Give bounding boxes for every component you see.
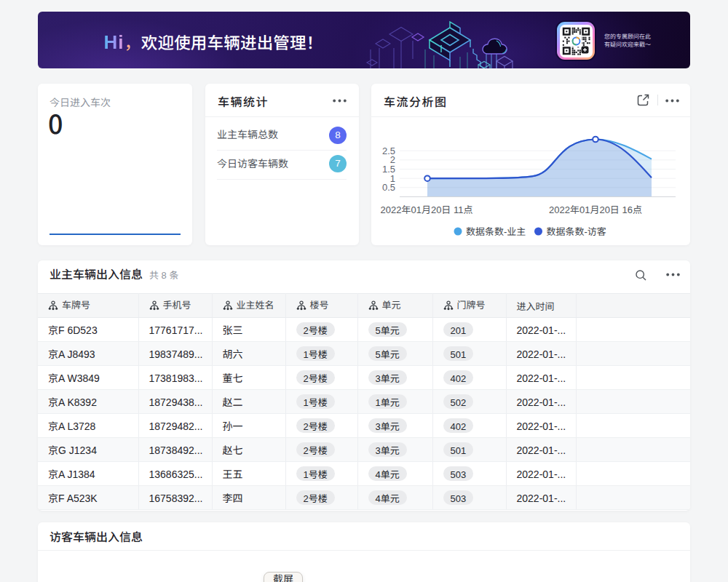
svg-text:0.5: 0.5	[382, 180, 395, 194]
svg-text:数据条数-业主: 数据条数-业主	[466, 224, 526, 238]
svg-text:2022年01月20日 11点: 2022年01月20日 11点	[381, 202, 473, 216]
svg-text:数据条数-访客: 数据条数-访客	[547, 224, 606, 238]
svg-text:2022年01月20日 16点: 2022年01月20日 16点	[549, 202, 642, 216]
